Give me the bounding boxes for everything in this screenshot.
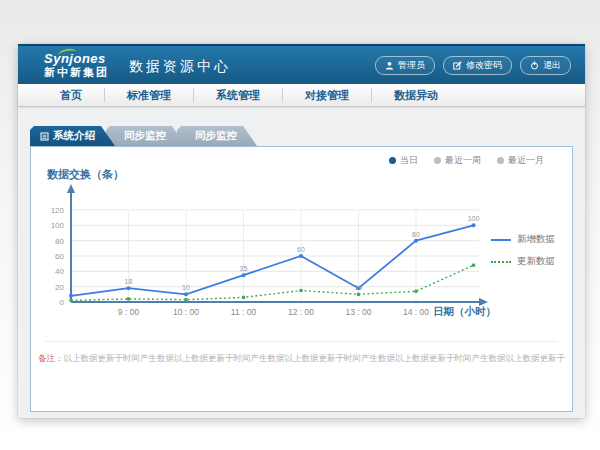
- change-password-button[interactable]: 修改密码: [443, 56, 512, 75]
- nav-item-standard-mgmt[interactable]: 标准管理: [104, 88, 193, 102]
- svg-text:40: 40: [55, 267, 64, 276]
- svg-text:35: 35: [240, 265, 248, 272]
- chart-legend: 新增数据 更新数据: [491, 233, 555, 277]
- admin-user-button[interactable]: 管理员: [375, 56, 435, 75]
- svg-text:12 : 00: 12 : 00: [288, 307, 314, 317]
- legend-item-update-data[interactable]: 更新数据: [491, 255, 555, 268]
- svg-text:80: 80: [55, 237, 64, 246]
- svg-text:0: 0: [60, 298, 65, 307]
- content-panel: 当日 最近一周 最近一月 数据交换（条） 0204060801001209 : …: [30, 146, 573, 412]
- tab-sync-monitor-2-label: 同步监控: [195, 129, 237, 143]
- logo: Synjones 新中新集团: [44, 52, 109, 78]
- edit-icon: [453, 61, 462, 70]
- legend-update-data-label: 更新数据: [517, 255, 555, 268]
- legend-new-data-label: 新增数据: [517, 233, 555, 246]
- svg-text:14 : 00: 14 : 00: [403, 307, 429, 317]
- change-password-label: 修改密码: [466, 59, 502, 72]
- tab-system-intro[interactable]: 系统介绍: [30, 126, 115, 146]
- page-title: 数据资源中心: [129, 58, 231, 76]
- svg-text:10: 10: [355, 284, 363, 291]
- svg-text:60: 60: [297, 246, 305, 253]
- nav-item-system-mgmt[interactable]: 系统管理: [193, 88, 282, 102]
- x-axis-title: 日期（小时）: [433, 305, 496, 319]
- note-divider: [45, 341, 558, 342]
- user-icon: [385, 61, 394, 70]
- tab-sync-monitor-1-label: 同步监控: [124, 129, 166, 143]
- power-icon: [530, 61, 539, 70]
- tab-system-intro-label: 系统介绍: [53, 129, 95, 143]
- nav-item-data-change[interactable]: 数据异动: [371, 88, 460, 102]
- logo-text-cn: 新中新集团: [44, 67, 109, 78]
- svg-text:100: 100: [468, 215, 480, 222]
- admin-user-label: 管理员: [398, 59, 425, 72]
- logo-text-en: Synjones: [44, 52, 109, 65]
- app-window: Synjones 新中新集团 数据资源中心 管理员 修改密码 退出: [18, 44, 585, 418]
- tab-sync-monitor-2[interactable]: 同步监控: [177, 126, 257, 146]
- document-icon: [40, 132, 49, 141]
- svg-text:18: 18: [125, 278, 133, 285]
- logout-button[interactable]: 退出: [520, 56, 571, 75]
- logout-label: 退出: [543, 59, 561, 72]
- svg-text:120: 120: [51, 206, 65, 215]
- dotted-line-icon: [491, 261, 511, 263]
- footnote: 备注：以上数据更新于时间产生数据以上数据更新于时间产生数据以上数据更新于时间产生…: [31, 353, 572, 365]
- footnote-text: 以上数据更新于时间产生数据以上数据更新于时间产生数据以上数据更新于时间产生数据以…: [64, 353, 566, 363]
- main-nav: 首页 标准管理 系统管理 对接管理 数据异动: [18, 84, 585, 107]
- svg-text:11 : 00: 11 : 00: [231, 307, 257, 317]
- svg-text:9 : 00: 9 : 00: [118, 307, 140, 317]
- header-bar: Synjones 新中新集团 数据资源中心 管理员 修改密码 退出: [18, 44, 585, 84]
- footnote-prefix: 备注：: [38, 353, 64, 363]
- header-actions: 管理员 修改密码 退出: [375, 56, 571, 75]
- svg-text:100: 100: [51, 221, 65, 230]
- svg-text:80: 80: [412, 231, 420, 238]
- tab-sync-monitor-1[interactable]: 同步监控: [106, 126, 186, 146]
- svg-text:10: 10: [182, 284, 190, 291]
- nav-item-interface-mgmt[interactable]: 对接管理: [282, 88, 371, 102]
- tab-bar: 系统介绍 同步监控 同步监控: [30, 126, 585, 146]
- svg-text:20: 20: [55, 283, 64, 292]
- solid-line-icon: [491, 239, 511, 241]
- nav-item-home[interactable]: 首页: [38, 88, 104, 102]
- svg-text:60: 60: [55, 252, 64, 261]
- svg-text:13 : 00: 13 : 00: [346, 307, 372, 317]
- svg-text:10 : 00: 10 : 00: [173, 307, 199, 317]
- legend-item-new-data[interactable]: 新增数据: [491, 233, 555, 246]
